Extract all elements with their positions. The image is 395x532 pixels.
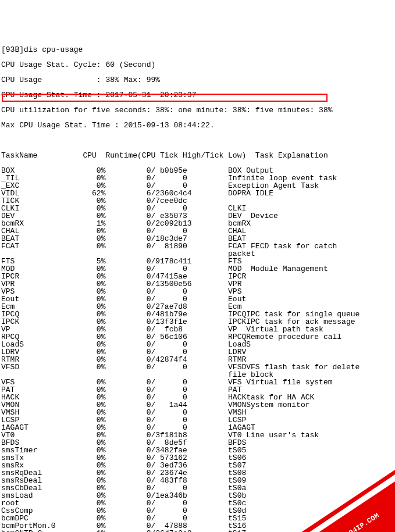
max-time-line: Max CPU Usage Stat. Time : 2015-09-13 08…: [1, 122, 394, 129]
usage-line: CPU Usage : 38% Max: 99%: [1, 76, 394, 84]
task-table: BOX 0% 0/ b0b95e BOX Output_TIL 0% 0/ 0 …: [1, 167, 394, 532]
util-line: CPU utilization for five seconds: 38%: o…: [1, 106, 394, 114]
task-row: bcmCNTR.0 1% 0/26d7a2e8 tS17: [1, 530, 394, 532]
columns-header: TaskName CPU Runtime(CPU Tick High/Tick …: [1, 152, 394, 159]
prompt-line: [93B]dis cpu-usage: [1, 46, 394, 53]
terminal-output: [93B]dis cpu-usage CPU Usage Stat. Cycle…: [0, 38, 395, 532]
stat-cycle-line: CPU Usage Stat. Cycle: 60 (Second): [1, 61, 394, 69]
blank-line: [1, 137, 394, 144]
stat-time-line: CPU Usage Stat. Time : 2017-05-31 20:23:…: [1, 91, 394, 99]
